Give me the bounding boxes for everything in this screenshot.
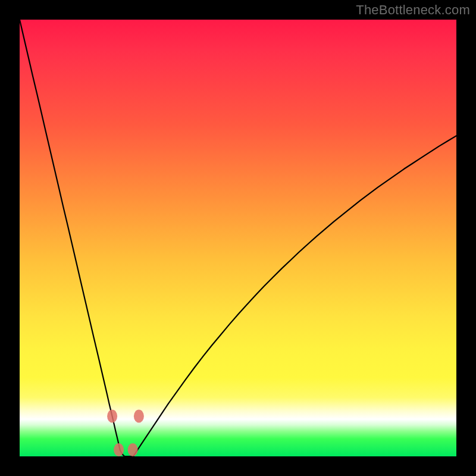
chart-frame: TheBottleneck.com [0, 0, 476, 476]
marker-dot [107, 409, 117, 422]
watermark-text: TheBottleneck.com [356, 2, 470, 18]
plot-area [20, 20, 456, 456]
marker-dot [114, 443, 124, 456]
curve-layer [20, 20, 456, 456]
marker-dot [134, 409, 144, 422]
marker-dot [128, 443, 138, 456]
bottleneck-curve [20, 20, 456, 456]
